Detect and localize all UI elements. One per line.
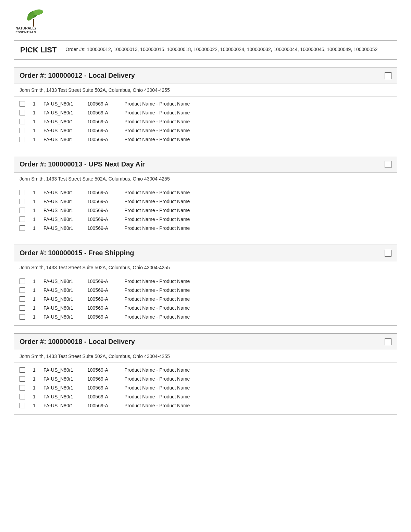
item-checkbox-0-2[interactable]: [20, 119, 25, 124]
item-quantity: 1: [31, 110, 37, 115]
order-block-order-100000013: Order #: 100000013 - UPS Next Day AirJoh…: [14, 156, 397, 237]
item-code: 100569-A: [87, 190, 118, 195]
order-items-order-100000018: 1FA-US_N80r1100569-AProduct Name - Produ…: [14, 363, 397, 414]
order-items-order-100000012: 1FA-US_N80r1100569-AProduct Name - Produ…: [14, 97, 397, 148]
order-title-order-100000013: Order #: 100000013 - UPS Next Day Air: [20, 160, 145, 168]
item-checkbox-2-3[interactable]: [20, 305, 25, 311]
orders-container: Order #: 100000012 - Local DeliveryJohn …: [14, 67, 397, 415]
item-quantity: 1: [31, 287, 37, 293]
item-name: Product Name - Product Name: [124, 367, 391, 373]
order-title-order-100000012: Order #: 100000012 - Local Delivery: [20, 72, 135, 79]
item-quantity: 1: [31, 305, 37, 311]
order-checkbox-order-100000012[interactable]: [385, 72, 391, 79]
item-sku: FA-US_N80r1: [43, 101, 81, 107]
item-name: Product Name - Product Name: [124, 110, 391, 115]
item-sku: FA-US_N80r1: [43, 314, 81, 320]
pick-list-title: PICK LIST: [20, 46, 57, 54]
item-checkbox-2-4[interactable]: [20, 314, 25, 320]
item-sku: FA-US_N80r1: [43, 279, 81, 284]
item-quantity: 1: [31, 225, 37, 231]
item-quantity: 1: [31, 279, 37, 284]
order-address-order-100000015: John Smith, 1433 Test Street Suite 502A,…: [14, 261, 397, 274]
item-checkbox-3-0[interactable]: [20, 367, 25, 373]
item-quantity: 1: [31, 119, 37, 124]
item-name: Product Name - Product Name: [124, 208, 391, 213]
item-checkbox-0-1[interactable]: [20, 110, 25, 115]
item-quantity: 1: [31, 199, 37, 204]
item-quantity: 1: [31, 190, 37, 195]
item-name: Product Name - Product Name: [124, 119, 391, 124]
orders-label: Order #s:: [65, 47, 85, 52]
item-name: Product Name - Product Name: [124, 403, 391, 408]
item-checkbox-1-3[interactable]: [20, 216, 25, 222]
table-row: 1FA-US_N80r1100569-AProduct Name - Produ…: [20, 366, 391, 374]
item-quantity: 1: [31, 376, 37, 382]
item-quantity: 1: [31, 314, 37, 320]
order-checkbox-order-100000015[interactable]: [385, 250, 391, 257]
item-checkbox-0-0[interactable]: [20, 101, 25, 107]
item-code: 100569-A: [87, 225, 118, 231]
table-row: 1FA-US_N80r1100569-AProduct Name - Produ…: [20, 188, 391, 197]
table-row: 1FA-US_N80r1100569-AProduct Name - Produ…: [20, 401, 391, 410]
item-code: 100569-A: [87, 314, 118, 320]
item-sku: FA-US_N80r1: [43, 119, 81, 124]
pick-list-header: PICK LIST Order #s: 100000012, 100000013…: [14, 40, 397, 60]
table-row: 1FA-US_N80r1100569-AProduct Name - Produ…: [20, 286, 391, 295]
order-block-order-100000018: Order #: 100000018 - Local DeliveryJohn …: [14, 333, 397, 415]
item-sku: FA-US_N80r1: [43, 296, 81, 302]
item-checkbox-1-4[interactable]: [20, 225, 25, 231]
item-name: Product Name - Product Name: [124, 199, 391, 204]
item-quantity: 1: [31, 403, 37, 408]
item-checkbox-1-1[interactable]: [20, 199, 25, 204]
table-row: 1FA-US_N80r1100569-AProduct Name - Produ…: [20, 126, 391, 135]
item-checkbox-3-3[interactable]: [20, 394, 25, 399]
item-name: Product Name - Product Name: [124, 128, 391, 133]
item-name: Product Name - Product Name: [124, 305, 391, 311]
item-code: 100569-A: [87, 394, 118, 399]
item-sku: FA-US_N80r1: [43, 208, 81, 213]
item-checkbox-0-4[interactable]: [20, 137, 25, 142]
table-row: 1FA-US_N80r1100569-AProduct Name - Produ…: [20, 383, 391, 392]
order-block-order-100000012: Order #: 100000012 - Local DeliveryJohn …: [14, 67, 397, 148]
item-code: 100569-A: [87, 376, 118, 382]
item-checkbox-1-0[interactable]: [20, 190, 25, 195]
table-row: 1FA-US_N80r1100569-AProduct Name - Produ…: [20, 99, 391, 108]
item-code: 100569-A: [87, 128, 118, 133]
item-checkbox-3-4[interactable]: [20, 403, 25, 408]
order-checkbox-order-100000018[interactable]: [385, 338, 391, 345]
item-checkbox-2-1[interactable]: [20, 287, 25, 293]
table-row: 1FA-US_N80r1100569-AProduct Name - Produ…: [20, 108, 391, 117]
item-code: 100569-A: [87, 305, 118, 311]
orders-list: 100000012, 100000013, 100000015, 1000000…: [87, 47, 378, 52]
item-checkbox-1-2[interactable]: [20, 208, 25, 213]
logo-area: NATURALLY ESSENTIALS: [14, 7, 397, 34]
table-row: 1FA-US_N80r1100569-AProduct Name - Produ…: [20, 197, 391, 206]
item-name: Product Name - Product Name: [124, 296, 391, 302]
item-quantity: 1: [31, 137, 37, 142]
item-checkbox-2-2[interactable]: [20, 296, 25, 302]
item-name: Product Name - Product Name: [124, 225, 391, 231]
item-code: 100569-A: [87, 367, 118, 373]
item-checkbox-3-2[interactable]: [20, 385, 25, 391]
table-row: 1FA-US_N80r1100569-AProduct Name - Produ…: [20, 312, 391, 321]
table-row: 1FA-US_N80r1100569-AProduct Name - Produ…: [20, 135, 391, 144]
table-row: 1FA-US_N80r1100569-AProduct Name - Produ…: [20, 374, 391, 383]
item-sku: FA-US_N80r1: [43, 376, 81, 382]
pick-list-orders: Order #s: 100000012, 100000013, 10000001…: [65, 46, 377, 53]
item-sku: FA-US_N80r1: [43, 225, 81, 231]
svg-text:ESSENTIALS: ESSENTIALS: [15, 30, 36, 34]
item-checkbox-0-3[interactable]: [20, 128, 25, 133]
item-checkbox-2-0[interactable]: [20, 279, 25, 284]
item-quantity: 1: [31, 101, 37, 107]
order-title-order-100000015: Order #: 100000015 - Free Shipping: [20, 249, 134, 257]
item-code: 100569-A: [87, 403, 118, 408]
svg-text:NATURALLY: NATURALLY: [15, 26, 37, 30]
item-quantity: 1: [31, 367, 37, 373]
item-code: 100569-A: [87, 101, 118, 107]
order-checkbox-order-100000013[interactable]: [385, 161, 391, 168]
item-quantity: 1: [31, 128, 37, 133]
item-sku: FA-US_N80r1: [43, 110, 81, 115]
item-checkbox-3-1[interactable]: [20, 376, 25, 382]
table-row: 1FA-US_N80r1100569-AProduct Name - Produ…: [20, 117, 391, 126]
table-row: 1FA-US_N80r1100569-AProduct Name - Produ…: [20, 295, 391, 304]
